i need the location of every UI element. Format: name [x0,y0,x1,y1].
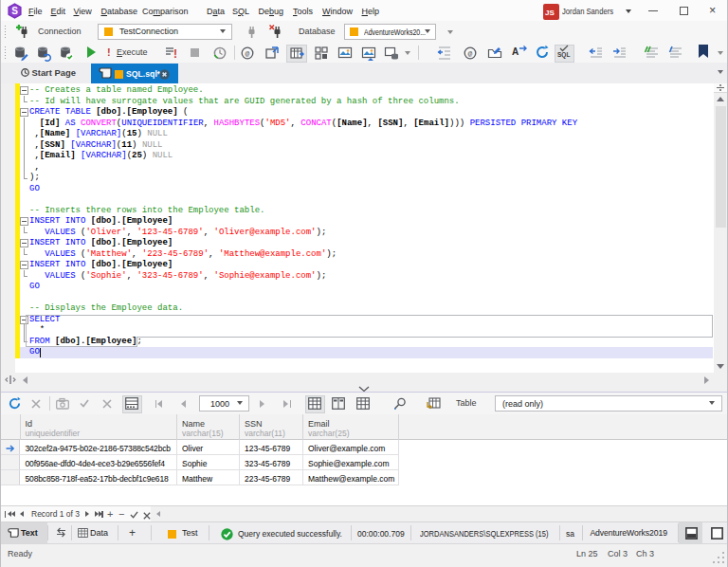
svg-text:@: @ [246,49,250,58]
svg-text:!: ! [173,47,177,61]
svg-text:@: @ [468,49,473,58]
svg-text:S: S [11,6,18,16]
